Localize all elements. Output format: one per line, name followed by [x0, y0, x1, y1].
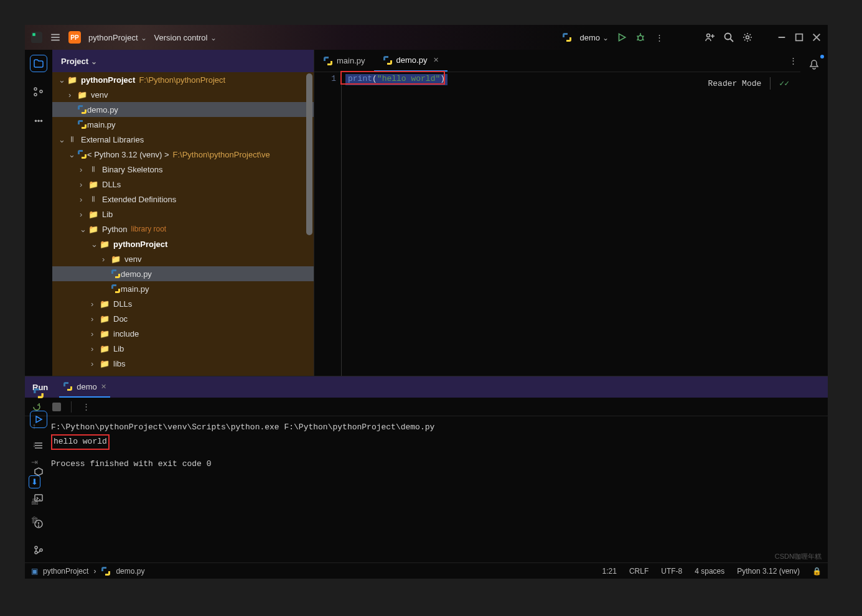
svg-rect-18 [796, 34, 803, 41]
search-icon[interactable] [723, 32, 734, 43]
window-maximize[interactable] [794, 32, 804, 42]
tree-item[interactable]: ›📁venv [52, 251, 314, 266]
run-tab[interactable]: demo✕ [59, 376, 110, 398]
svg-rect-25 [35, 495, 42, 501]
run-toolbar: ⋮ [25, 398, 828, 416]
run-button[interactable] [616, 32, 627, 43]
status-interpreter[interactable]: Python 3.12 (venv) [737, 567, 800, 576]
window-minimize[interactable] [777, 32, 787, 42]
window-close[interactable] [812, 32, 822, 42]
tree-item[interactable]: demo.py [52, 266, 314, 281]
debug-button[interactable] [635, 32, 646, 43]
project-panel-title: Project [61, 57, 88, 66]
vcs-menu[interactable]: Version control [154, 33, 217, 42]
project-badge: PP [68, 31, 81, 44]
highlight-box: hello world [51, 434, 110, 450]
svg-point-23 [40, 90, 42, 93]
hamburger-menu-icon[interactable] [50, 32, 61, 43]
console-line: Process finished with exit code 0 [51, 458, 820, 471]
tree-item[interactable]: ›📁Lib [52, 341, 314, 356]
console-line: F:\Python\pythonProject\venv\Scripts\pyt… [51, 421, 820, 434]
status-encoding[interactable]: UTF-8 [661, 567, 682, 576]
project-selector[interactable]: pythonProject [88, 33, 147, 42]
more-icon[interactable]: ⋮ [80, 401, 91, 413]
services-button[interactable] [30, 437, 47, 454]
notifications-icon[interactable] [805, 56, 823, 73]
python-file-icon [77, 105, 87, 114]
tree-python-interp[interactable]: ⌄< Python 3.12 (venv) >F:\Python\pythonP… [52, 147, 314, 162]
python-file-icon [77, 119, 87, 129]
folder-icon: 📁 [100, 314, 110, 324]
tree-root[interactable]: ⌄📁pythonProjectF:\Python\pythonProject [52, 72, 314, 87]
tree-item-main[interactable]: main.py [52, 117, 314, 132]
tree-item[interactable]: ›📁DLLs [52, 177, 314, 192]
more-actions-icon[interactable]: ⋮ [654, 32, 665, 43]
python-packages-button[interactable] [30, 463, 47, 480]
project-tree[interactable]: ⌄📁pythonProjectF:\Python\pythonProject ›… [52, 72, 314, 376]
tree-item[interactable]: ›📁DLLs [52, 296, 314, 311]
python-console-button[interactable] [30, 385, 47, 402]
svg-point-22 [34, 93, 37, 96]
tree-item[interactable]: ›⫴Binary Skeletons [52, 162, 314, 177]
library-icon: ⫴ [88, 164, 98, 174]
tree-item[interactable]: ›📁include [52, 326, 314, 341]
code-editor[interactable]: 1 print("hello world") Reader Mode ✓✓ [314, 72, 800, 376]
tree-item[interactable]: ›⫴Extended Definitions [52, 192, 314, 207]
code-line[interactable]: print("hello world") [345, 74, 447, 85]
svg-marker-24 [35, 468, 42, 475]
project-panel-header[interactable]: Project [52, 50, 314, 72]
run-tool-button[interactable] [30, 411, 47, 428]
folder-icon: 📁 [67, 75, 77, 85]
structure-tool-button[interactable] [30, 83, 47, 101]
titlebar: PP pythonProject Version control demo ⋮ [25, 25, 828, 50]
terminal-button[interactable] [30, 489, 47, 506]
svg-point-29 [35, 546, 37, 549]
tree-label: Python [102, 225, 127, 234]
folder-icon: 📁 [100, 329, 110, 338]
stop-button[interactable] [51, 401, 62, 413]
python-file-icon [111, 284, 121, 294]
bottom-left-rail [25, 385, 52, 562]
tree-item-demo[interactable]: demo.py [52, 102, 314, 117]
tab-main[interactable]: main.py [314, 50, 374, 72]
editor-tabs: main.py demo.py✕ ⋮ [314, 50, 800, 72]
python-file-icon [63, 381, 73, 391]
tree-item[interactable]: ›📁Doc [52, 311, 314, 326]
tree-item-venv[interactable]: ›📁venv [52, 87, 314, 102]
vcs-button[interactable] [30, 541, 47, 559]
tree-external-libraries[interactable]: ⌄⫴External Libraries [52, 132, 314, 147]
tree-label: DLLs [113, 299, 132, 309]
status-line-sep[interactable]: CRLF [629, 567, 649, 576]
project-tool-button[interactable] [30, 55, 47, 72]
breadcrumb-project[interactable]: pythonProject [43, 567, 88, 576]
check-icon: ✓✓ [779, 78, 789, 88]
status-cursor-pos[interactable]: 1:21 [602, 567, 617, 576]
run-config-selector[interactable]: demo [579, 33, 609, 42]
tree-item[interactable]: ›📁libs [52, 356, 314, 371]
tree-item[interactable]: ›📁Lib [52, 207, 314, 222]
tab-demo[interactable]: demo.py✕ [374, 50, 448, 72]
python-file-icon [111, 269, 121, 279]
tree-item[interactable]: main.py [52, 281, 314, 296]
reader-mode-indicator[interactable]: Reader Mode ✓✓ [708, 77, 789, 90]
breadcrumb-file[interactable]: demo.py [116, 567, 144, 576]
tab-close-icon[interactable]: ✕ [433, 56, 439, 64]
status-indent[interactable]: 4 spaces [695, 567, 724, 576]
tab-label: demo.py [396, 55, 428, 65]
problems-button[interactable] [30, 515, 47, 533]
close-icon[interactable]: ✕ [101, 383, 106, 391]
tree-label: main.py [87, 120, 116, 129]
settings-gear-icon[interactable] [742, 32, 753, 43]
code-with-me-icon[interactable] [705, 32, 716, 43]
tab-more-icon[interactable]: ⋮ [785, 50, 800, 72]
folder-icon: 📁 [77, 90, 87, 100]
tree-label: venv [124, 254, 141, 264]
tree-item-python-libroot[interactable]: ⌄📁Pythonlibrary root [52, 222, 314, 236]
scrollbar[interactable] [306, 73, 312, 235]
python-file-icon [383, 55, 393, 65]
tree-item[interactable]: ⌄📁pythonProject [52, 236, 314, 251]
more-tools-button[interactable]: ••• [30, 112, 47, 129]
status-lock-icon[interactable]: 🔒 [812, 567, 822, 576]
console-output[interactable]: F:\Python\pythonProject\venv\Scripts\pyt… [44, 416, 828, 562]
tree-label: Doc [113, 314, 128, 324]
